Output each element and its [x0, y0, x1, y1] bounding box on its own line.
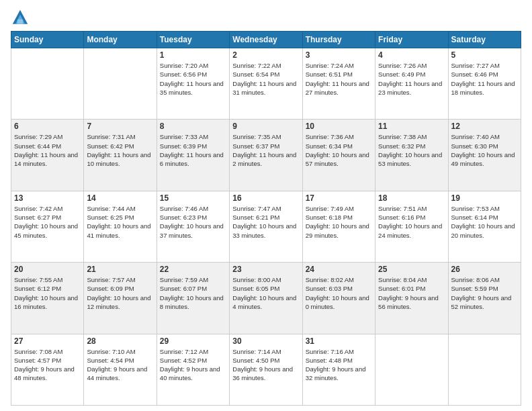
day-detail: Sunrise: 7:59 AMSunset: 6:07 PMDaylight:…: [160, 275, 226, 311]
day-number: 19: [451, 193, 518, 203]
day-detail: Sunrise: 7:42 AMSunset: 6:27 PMDaylight:…: [14, 204, 81, 240]
day-detail: Sunrise: 7:08 AMSunset: 4:57 PMDaylight:…: [14, 347, 81, 383]
day-detail: Sunrise: 8:00 AMSunset: 6:05 PMDaylight:…: [232, 275, 299, 311]
calendar-cell: 25Sunrise: 8:04 AMSunset: 6:01 PMDayligh…: [375, 263, 448, 334]
day-detail: Sunrise: 7:20 AMSunset: 6:56 PMDaylight:…: [160, 61, 226, 97]
calendar-cell: 16Sunrise: 7:47 AMSunset: 6:21 PMDayligh…: [230, 191, 302, 262]
day-number: 1: [160, 50, 226, 60]
calendar-cell: 30Sunrise: 7:14 AMSunset: 4:50 PMDayligh…: [230, 334, 302, 405]
day-number: 23: [232, 265, 299, 274]
day-detail: Sunrise: 7:26 AMSunset: 6:49 PMDaylight:…: [378, 61, 445, 97]
day-number: 15: [160, 193, 226, 203]
calendar-cell: 15Sunrise: 7:46 AMSunset: 6:23 PMDayligh…: [157, 191, 229, 262]
day-detail: Sunrise: 7:57 AMSunset: 6:09 PMDaylight:…: [87, 275, 153, 311]
calendar-cell: [375, 334, 448, 405]
calendar-cell: 3Sunrise: 7:24 AMSunset: 6:51 PMDaylight…: [302, 48, 375, 120]
day-detail: Sunrise: 8:02 AMSunset: 6:03 PMDaylight:…: [306, 275, 372, 311]
calendar-cell: 7Sunrise: 7:31 AMSunset: 6:42 PMDaylight…: [84, 120, 157, 191]
day-number: 2: [232, 50, 299, 60]
calendar-cell: 6Sunrise: 7:29 AMSunset: 6:44 PMDaylight…: [11, 120, 84, 191]
day-number: 3: [306, 50, 372, 60]
day-number: 10: [306, 122, 372, 131]
calendar-cell: 2Sunrise: 7:22 AMSunset: 6:54 PMDaylight…: [230, 48, 302, 120]
day-of-week-header: Thursday: [302, 32, 375, 48]
calendar-cell: 5Sunrise: 7:27 AMSunset: 6:46 PMDaylight…: [448, 48, 521, 120]
day-of-week-header: Friday: [375, 32, 448, 48]
day-number: 20: [14, 265, 81, 274]
day-of-week-header: Saturday: [448, 32, 521, 48]
day-number: 9: [232, 122, 299, 131]
day-of-week-header: Monday: [84, 32, 157, 48]
day-number: 27: [14, 336, 81, 346]
day-detail: Sunrise: 7:38 AMSunset: 6:32 PMDaylight:…: [378, 132, 445, 168]
calendar-header-row: SundayMondayTuesdayWednesdayThursdayFrid…: [11, 32, 521, 48]
day-number: 22: [160, 265, 226, 274]
day-number: 13: [14, 193, 81, 203]
calendar-cell: 12Sunrise: 7:40 AMSunset: 6:30 PMDayligh…: [448, 120, 521, 191]
day-detail: Sunrise: 7:35 AMSunset: 6:37 PMDaylight:…: [232, 132, 299, 168]
day-detail: Sunrise: 7:14 AMSunset: 4:50 PMDaylight:…: [232, 347, 299, 383]
day-number: 12: [451, 122, 518, 131]
day-detail: Sunrise: 7:29 AMSunset: 6:44 PMDaylight:…: [14, 132, 81, 168]
calendar-cell: [448, 334, 521, 405]
day-detail: Sunrise: 7:40 AMSunset: 6:30 PMDaylight:…: [451, 132, 518, 168]
logo-icon: [11, 8, 30, 27]
day-number: 30: [232, 336, 299, 346]
calendar-week-row: 13Sunrise: 7:42 AMSunset: 6:27 PMDayligh…: [11, 191, 521, 262]
day-number: 14: [87, 193, 153, 203]
day-detail: Sunrise: 8:06 AMSunset: 5:59 PMDaylight:…: [451, 275, 518, 311]
day-number: 25: [378, 265, 445, 274]
day-detail: Sunrise: 7:27 AMSunset: 6:46 PMDaylight:…: [451, 61, 518, 97]
day-number: 31: [306, 336, 372, 346]
day-number: 17: [306, 193, 372, 203]
calendar-cell: [11, 48, 84, 120]
day-number: 5: [451, 50, 518, 60]
calendar-cell: 9Sunrise: 7:35 AMSunset: 6:37 PMDaylight…: [230, 120, 302, 191]
day-number: 24: [306, 265, 372, 274]
day-number: 16: [232, 193, 299, 203]
day-detail: Sunrise: 7:24 AMSunset: 6:51 PMDaylight:…: [306, 61, 372, 97]
day-number: 26: [451, 265, 518, 274]
day-detail: Sunrise: 7:46 AMSunset: 6:23 PMDaylight:…: [160, 204, 226, 240]
calendar-cell: 4Sunrise: 7:26 AMSunset: 6:49 PMDaylight…: [375, 48, 448, 120]
day-detail: Sunrise: 7:44 AMSunset: 6:25 PMDaylight:…: [87, 204, 153, 240]
day-number: 18: [378, 193, 445, 203]
day-detail: Sunrise: 7:33 AMSunset: 6:39 PMDaylight:…: [160, 132, 226, 168]
svg-rect-2: [17, 19, 23, 24]
calendar-cell: 28Sunrise: 7:10 AMSunset: 4:54 PMDayligh…: [84, 334, 157, 405]
day-detail: Sunrise: 7:51 AMSunset: 6:16 PMDaylight:…: [378, 204, 445, 240]
day-number: 6: [14, 122, 81, 131]
calendar-cell: 14Sunrise: 7:44 AMSunset: 6:25 PMDayligh…: [84, 191, 157, 262]
calendar-cell: 18Sunrise: 7:51 AMSunset: 6:16 PMDayligh…: [375, 191, 448, 262]
calendar-cell: 8Sunrise: 7:33 AMSunset: 6:39 PMDaylight…: [157, 120, 229, 191]
calendar-cell: 1Sunrise: 7:20 AMSunset: 6:56 PMDaylight…: [157, 48, 229, 120]
page-header: [11, 8, 521, 27]
calendar-cell: 31Sunrise: 7:16 AMSunset: 4:48 PMDayligh…: [302, 334, 375, 405]
calendar-cell: 24Sunrise: 8:02 AMSunset: 6:03 PMDayligh…: [302, 263, 375, 334]
day-detail: Sunrise: 7:55 AMSunset: 6:12 PMDaylight:…: [14, 275, 81, 311]
logo: [11, 8, 32, 27]
day-number: 11: [378, 122, 445, 131]
day-number: 29: [160, 336, 226, 346]
day-of-week-header: Wednesday: [230, 32, 302, 48]
calendar-week-row: 6Sunrise: 7:29 AMSunset: 6:44 PMDaylight…: [11, 120, 521, 191]
calendar-table: SundayMondayTuesdayWednesdayThursdayFrid…: [11, 31, 521, 406]
day-of-week-header: Sunday: [11, 32, 84, 48]
day-detail: Sunrise: 7:31 AMSunset: 6:42 PMDaylight:…: [87, 132, 153, 168]
calendar-week-row: 20Sunrise: 7:55 AMSunset: 6:12 PMDayligh…: [11, 263, 521, 334]
calendar-cell: 17Sunrise: 7:49 AMSunset: 6:18 PMDayligh…: [302, 191, 375, 262]
calendar-cell: 19Sunrise: 7:53 AMSunset: 6:14 PMDayligh…: [448, 191, 521, 262]
calendar-cell: 22Sunrise: 7:59 AMSunset: 6:07 PMDayligh…: [157, 263, 229, 334]
calendar-cell: 13Sunrise: 7:42 AMSunset: 6:27 PMDayligh…: [11, 191, 84, 262]
day-number: 21: [87, 265, 153, 274]
calendar-week-row: 1Sunrise: 7:20 AMSunset: 6:56 PMDaylight…: [11, 48, 521, 120]
calendar-week-row: 27Sunrise: 7:08 AMSunset: 4:57 PMDayligh…: [11, 334, 521, 405]
calendar-cell: 21Sunrise: 7:57 AMSunset: 6:09 PMDayligh…: [84, 263, 157, 334]
day-detail: Sunrise: 7:10 AMSunset: 4:54 PMDaylight:…: [87, 347, 153, 383]
day-detail: Sunrise: 8:04 AMSunset: 6:01 PMDaylight:…: [378, 275, 445, 311]
day-number: 4: [378, 50, 445, 60]
day-detail: Sunrise: 7:12 AMSunset: 4:52 PMDaylight:…: [160, 347, 226, 383]
day-detail: Sunrise: 7:16 AMSunset: 4:48 PMDaylight:…: [306, 347, 372, 383]
day-number: 8: [160, 122, 226, 131]
calendar-cell: 11Sunrise: 7:38 AMSunset: 6:32 PMDayligh…: [375, 120, 448, 191]
